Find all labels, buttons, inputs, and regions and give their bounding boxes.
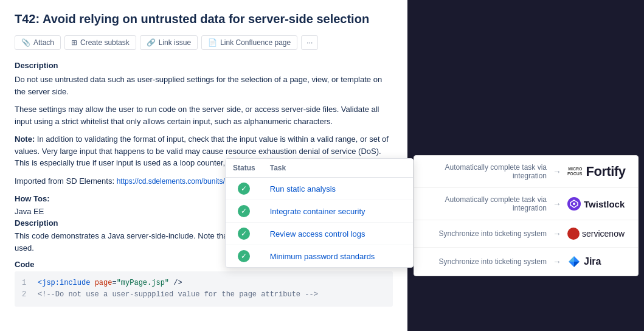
task-name-0[interactable]: Run static analysis — [263, 178, 413, 200]
attach-icon: 📎 — [21, 38, 30, 47]
task-name-3[interactable]: Minimum password standards — [263, 245, 413, 268]
arrow-icon-twistlock: → — [553, 199, 561, 209]
note-bold: Note: — [15, 134, 35, 144]
tasks-overlay: Status Task ✓Run static analysis✓Integra… — [225, 158, 414, 268]
task-row-2: ✓Review access control logs — [226, 223, 413, 245]
code-line-1: 1 <jsp:include page="myPage.jsp" /> — [22, 277, 386, 289]
servicenow-logo: servicenow — [567, 228, 628, 240]
task-link-2[interactable]: Review access control logs — [270, 229, 365, 239]
code-text-1: <jsp:include page="myPage.jsp" /> — [38, 277, 182, 289]
integration-label-twistlock: Automatically complete task via integrat… — [424, 195, 547, 212]
tasks-table: Status Task ✓Run static analysis✓Integra… — [226, 159, 413, 267]
check-icon-3: ✓ — [238, 250, 250, 262]
subtask-icon: ⊞ — [71, 38, 77, 47]
integration-label-fortify: Automatically complete task via integrat… — [424, 163, 547, 180]
issue-title: T42: Avoid relying on untrusted data for… — [15, 11, 393, 27]
jira-icon — [567, 255, 581, 268]
link-confluence-button[interactable]: 📄 Link Confluence page — [201, 35, 297, 50]
twistlock-brand-text: Twistlock — [584, 199, 625, 209]
col-task: Task — [263, 159, 413, 178]
code-block: 1 <jsp:include page="myPage.jsp" /> 2 <!… — [15, 271, 393, 307]
jira-brand-text: Jira — [584, 256, 601, 267]
integration-row-jira: Synchronize into ticketing system → Jira — [414, 248, 638, 276]
integration-label-jira: Synchronize into ticketing system — [424, 257, 547, 266]
code-text-2: <!--Do not use a user-suppplied value fo… — [38, 289, 318, 301]
svg-point-1 — [573, 203, 575, 205]
check-icon-2: ✓ — [238, 228, 250, 240]
line-num-1: 1 — [22, 277, 30, 289]
task-status-1: ✓ — [226, 200, 263, 223]
link-issue-button[interactable]: 🔗 Link issue — [140, 35, 198, 50]
fortify-smalltext2: FOCUS — [567, 172, 583, 176]
arrow-icon-jira: → — [553, 257, 561, 267]
description-para1: Do not use untrusted data such as user-s… — [15, 74, 393, 97]
task-link-1[interactable]: Integrate container security — [270, 207, 365, 216]
description-label: Description — [15, 61, 393, 70]
description-para2: These settings may allow the user to run… — [15, 103, 393, 127]
integration-label-servicenow: Synchronize into ticketing system — [424, 229, 547, 238]
twistlock-icon — [567, 197, 581, 211]
task-status-0: ✓ — [226, 178, 263, 200]
task-status-3: ✓ — [226, 245, 263, 268]
main-container: T42: Avoid relying on untrusted data for… — [0, 0, 644, 331]
arrow-icon-servicenow: → — [553, 229, 561, 239]
task-name-2[interactable]: Review access control logs — [263, 223, 413, 245]
arrow-icon-fortify: → — [553, 167, 561, 176]
more-button[interactable]: ··· — [301, 35, 318, 50]
check-icon-1: ✓ — [238, 205, 250, 217]
fortify-brand-text: Fortify — [586, 164, 626, 179]
confluence-icon: 📄 — [208, 38, 217, 47]
task-name-1[interactable]: Integrate container security — [263, 200, 413, 223]
fortify-logo: MICRO FOCUS Fortify — [567, 164, 628, 179]
create-subtask-button[interactable]: ⊞ Create subtask — [64, 35, 136, 50]
integration-row-twistlock: Automatically complete task via integrat… — [414, 188, 638, 220]
task-link-3[interactable]: Minimum password standards — [270, 252, 375, 261]
task-link-0[interactable]: Run static analysis — [270, 184, 336, 193]
code-line-2: 2 <!--Do not use a user-suppplied value … — [22, 289, 386, 301]
col-status: Status — [226, 159, 263, 178]
line-num-2: 2 — [22, 289, 30, 301]
jira-logo: Jira — [567, 255, 628, 268]
integration-row-fortify: Automatically complete task via integrat… — [414, 156, 638, 188]
task-row-0: ✓Run static analysis — [226, 178, 413, 200]
check-icon-0: ✓ — [238, 183, 250, 195]
link-icon: 🔗 — [147, 38, 156, 47]
twistlock-logo: Twistlock — [567, 197, 628, 211]
servicenow-brand-text: servicenow — [582, 229, 625, 239]
servicenow-icon — [567, 228, 580, 240]
task-status-2: ✓ — [226, 223, 263, 245]
fortify-smalltext1: MICRO — [568, 167, 582, 172]
integration-row-servicenow: Synchronize into ticketing system → serv… — [414, 220, 638, 248]
task-row-3: ✓Minimum password standards — [226, 245, 413, 268]
integrations-panel: Automatically complete task via integrat… — [414, 155, 639, 276]
toolbar: 📎 Attach ⊞ Create subtask 🔗 Link issue 📄… — [15, 35, 393, 50]
attach-button[interactable]: 📎 Attach — [15, 35, 61, 50]
task-row-1: ✓Integrate container security — [226, 200, 413, 223]
